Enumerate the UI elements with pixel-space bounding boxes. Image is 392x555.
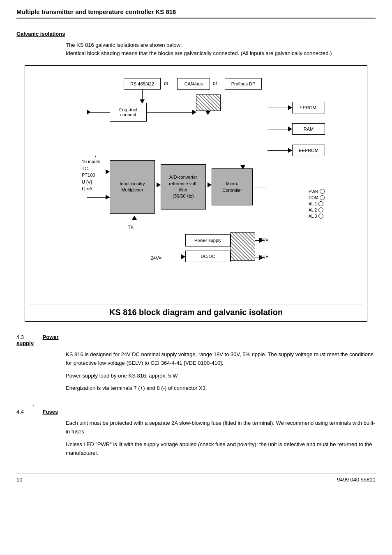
power-supply-content: KS 816 is designed for 24V DC nominal su… — [66, 350, 376, 393]
arrow-24v — [181, 254, 185, 259]
galvanic-heading: Galvanic isolations — [16, 31, 376, 37]
led-com-circle — [320, 195, 325, 200]
led-al3: AL 3 — [309, 214, 325, 219]
arrow-tk-up — [132, 216, 137, 220]
arrow-micro — [208, 182, 212, 187]
arrow-eeprom — [288, 148, 292, 153]
h-line-eng-right — [147, 112, 196, 113]
arrow-in1 — [106, 169, 110, 174]
ad-block: A/D-converter reference volt. filter (50… — [161, 164, 206, 210]
section-number-44: 4.4 — [16, 409, 41, 415]
diagram-container: RS 485/422 or CAN-bus or Profibus DP Eng… — [25, 65, 367, 322]
arrow-5v1 — [259, 238, 263, 243]
micro-block: Micro- Controller — [212, 168, 253, 205]
galvanic-intro-line1: The KS 816 galvanic isolations are shown… — [66, 42, 182, 48]
h-line-mem — [253, 187, 266, 187]
power-supply-section: 4.3 Power supply — [16, 334, 376, 346]
v-line-top — [208, 90, 208, 114]
v-line-profibus — [243, 90, 243, 168]
fuses-para-2: Unless LED "PWR" is lit with the supply … — [66, 440, 376, 458]
arrow-5v2 — [259, 255, 263, 260]
arrow-profibus-down — [240, 165, 245, 169]
fuses-section: 4.4 Fuses — [16, 409, 376, 415]
inputs-label: 16 inputs TC. PT100 U [V] I [mA] — [82, 158, 100, 192]
galvanic-intro: The KS 816 galvanic isolations are shown… — [66, 41, 376, 57]
canbus-block: CAN-bus — [177, 78, 210, 90]
hatch-block-top — [196, 94, 221, 111]
arrow-in2 — [106, 195, 110, 200]
led-pwr: PWR — [309, 189, 325, 194]
eeprom-block: EEPROM — [292, 145, 325, 156]
arrow-down-top — [205, 111, 210, 115]
page-footer: 10 9499 040 55811 — [16, 474, 376, 483]
led-pwr-circle — [320, 189, 325, 194]
galvanic-section: Galvanic isolations The KS 816 galvanic … — [16, 31, 376, 57]
power-supply-label: 4.3 Power supply — [16, 334, 66, 346]
eprom-block: EPROM. — [292, 102, 325, 113]
led-al2-circle — [318, 207, 323, 212]
eng-tool-block: Eng.-tool connect — [110, 103, 147, 122]
dcdc-block: DC/DC — [185, 251, 231, 262]
page-number: 10 — [16, 477, 22, 483]
fuses-content: Each unit must be protected with a separ… — [66, 419, 376, 457]
diagram-caption: KS 816 block diagram and galvanic isolat… — [29, 304, 363, 317]
power-para-3: Energization is via terminals 7 (+) and … — [66, 384, 376, 393]
arrow-eng-tool — [87, 110, 91, 115]
tk-label: TK — [128, 220, 134, 230]
led-al2: AL 2 — [309, 207, 325, 212]
galvanic-intro-line2: Identical block shading means that the b… — [66, 50, 332, 56]
section-number-43: 4.3 — [16, 334, 41, 340]
or2-label: or — [213, 81, 217, 86]
v-line-mem — [266, 103, 266, 189]
hatch-block-power — [231, 232, 255, 261]
v24-label: 24V= — [151, 256, 161, 260]
power-supply-block: Power supply — [185, 234, 231, 246]
dot-marker: • — [95, 154, 97, 159]
fuses-para-1: Each unit must be protected with a separ… — [66, 419, 376, 436]
h-line-1 — [88, 112, 110, 113]
ram-block: RAM — [292, 123, 325, 135]
rs485-block: RS 485/422 — [124, 78, 161, 90]
or1-label: or — [164, 81, 168, 86]
dot-sep: . — [33, 401, 376, 407]
fuses-label: 4.4 Fuses — [16, 409, 66, 415]
fuses-heading: Fuses — [43, 409, 58, 415]
profibus-block: Profibus DP — [225, 78, 262, 90]
arrow-rs485-down — [140, 99, 145, 104]
led-al3-circle — [318, 214, 323, 219]
diagram-inner: RS 485/422 or CAN-bus or Profibus DP Eng… — [29, 70, 363, 300]
page-header: Multiple transmitter and temperature con… — [16, 8, 376, 18]
led-com: COM — [309, 195, 325, 200]
power-para-2: Power supply load by one KS 816: approx.… — [66, 372, 376, 380]
arrow-ad — [157, 182, 161, 187]
led-al1: AL 1 — [309, 201, 325, 206]
power-para-1: KS 816 is designed for 24V DC nominal su… — [66, 350, 376, 368]
led-panel: PWR COM AL 1 AL 2 AL 3 — [309, 189, 325, 220]
input-circ-block: Input cicuitry Multiplexer — [110, 160, 155, 214]
arrow-ram — [288, 127, 292, 131]
led-al1-circle — [318, 201, 323, 206]
arrow-eprom — [288, 105, 292, 110]
page-title: Multiple transmitter and temperature con… — [16, 8, 176, 15]
document-number: 9499 040 55811 — [337, 477, 376, 483]
